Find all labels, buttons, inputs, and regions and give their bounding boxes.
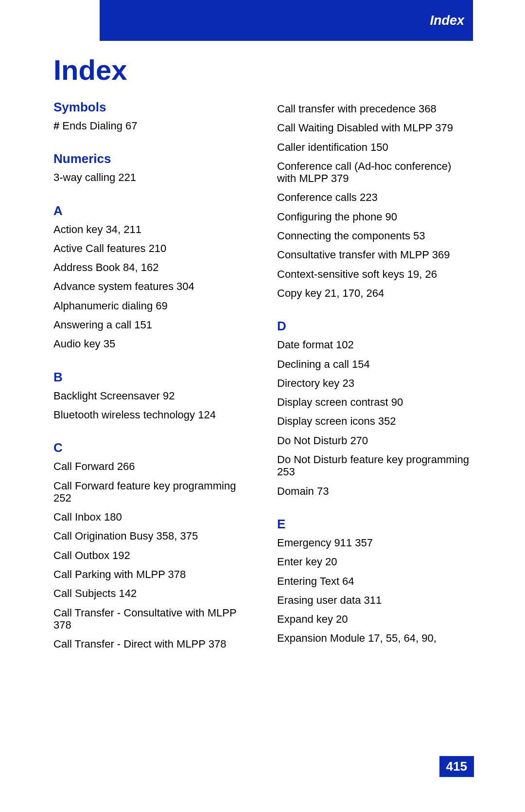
heading-a: A	[53, 203, 248, 218]
index-entry: Expansion Module 17, 55, 64, 90,	[277, 632, 472, 644]
index-entry: Caller identification 150	[277, 141, 472, 153]
page-number: 415	[439, 756, 474, 777]
index-entry: Consultative transfer with MLPP 369	[277, 249, 472, 261]
index-entry: Expand key 20	[277, 613, 472, 625]
header-banner: Index	[100, 0, 473, 41]
index-entry: Configuring the phone 90	[277, 211, 472, 223]
left-column: Symbols # Ends Dialing 67 Numerics 3-way…	[53, 100, 248, 657]
index-entry: Call Waiting Disabled with MLPP 379	[277, 122, 472, 134]
hash-prefix: #	[53, 120, 62, 132]
entry-text: Ends Dialing 67	[62, 120, 137, 132]
index-entry: # Ends Dialing 67	[53, 120, 248, 132]
index-entry: Emergency 911 357	[277, 537, 472, 549]
index-entry: Conference call (Ad-hoc conference) with…	[277, 160, 472, 185]
heading-c: C	[53, 440, 248, 455]
index-entry: Alphanumeric dialing 69	[53, 300, 248, 312]
heading-e: E	[277, 517, 472, 532]
index-entry: Call Inbox 180	[53, 511, 248, 523]
header-label: Index	[430, 13, 464, 28]
index-entry: Do Not Disturb 270	[277, 434, 472, 447]
heading-b: B	[53, 370, 248, 385]
index-entry: Answering a call 151	[53, 319, 248, 331]
index-columns: Symbols # Ends Dialing 67 Numerics 3-way…	[53, 100, 472, 657]
index-entry: Address Book 84, 162	[53, 261, 248, 273]
index-entry: Erasing user data 311	[277, 594, 472, 606]
heading-symbols: Symbols	[53, 100, 248, 115]
index-entry: Call Subjects 142	[53, 587, 248, 599]
index-entry: Declining a call 154	[277, 358, 472, 370]
index-entry: Advance system features 304	[53, 280, 248, 292]
index-entry: Call Transfer - Consultative with MLPP 3…	[53, 607, 248, 632]
index-entry: Bluetooth wireless technology 124	[53, 409, 248, 421]
index-entry: Call Forward feature key programming 252	[53, 480, 248, 505]
index-entry: Conference calls 223	[277, 191, 472, 203]
index-entry: Call transfer with precedence 368	[277, 103, 472, 115]
heading-d: D	[277, 319, 472, 334]
index-entry: Copy key 21, 170, 264	[277, 287, 472, 299]
index-entry: Call Forward 266	[53, 460, 248, 472]
index-entry: Call Origination Busy 358, 375	[53, 530, 248, 542]
index-entry: Do Not Disturb feature key programming 2…	[277, 453, 472, 478]
heading-numerics: Numerics	[53, 151, 248, 166]
index-entry: Date format 102	[277, 339, 472, 351]
index-entry: Active Call features 210	[53, 242, 248, 254]
index-entry: Entering Text 64	[277, 575, 472, 587]
index-entry: Domain 73	[277, 485, 472, 497]
index-entry: Display screen contrast 90	[277, 396, 472, 408]
index-entry: Context-sensitive soft keys 19, 26	[277, 268, 472, 280]
index-entry: Call Transfer - Direct with MLPP 378	[53, 638, 248, 650]
index-entry: 3-way calling 221	[53, 171, 248, 183]
index-entry: Display screen icons 352	[277, 415, 472, 427]
right-column: Call transfer with precedence 368 Call W…	[277, 100, 472, 657]
index-entry: Directory key 23	[277, 377, 472, 389]
page-title: Index	[53, 54, 127, 86]
index-entry: Backlight Screensaver 92	[53, 390, 248, 402]
index-entry: Connecting the components 53	[277, 230, 472, 242]
index-entry: Call Outbox 192	[53, 549, 248, 561]
index-entry: Audio key 35	[53, 338, 248, 350]
index-entry: Enter key 20	[277, 556, 472, 568]
index-entry: Action key 34, 211	[53, 223, 248, 235]
index-entry: Call Parking with MLPP 378	[53, 568, 248, 580]
